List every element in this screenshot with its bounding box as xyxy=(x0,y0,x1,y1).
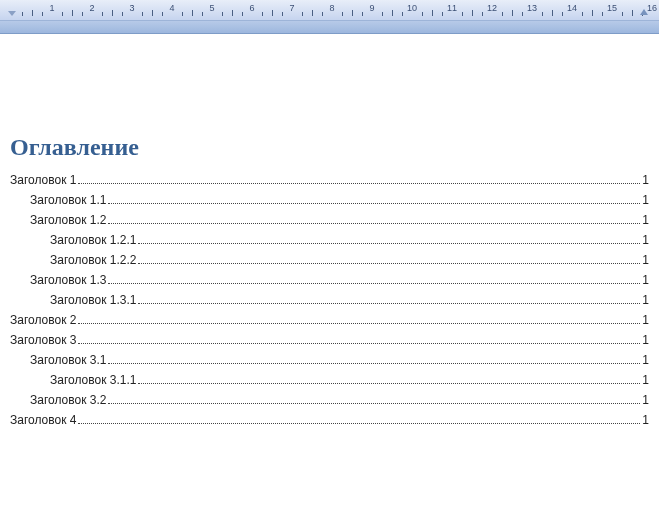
toc-leader-dots xyxy=(78,423,640,424)
ruler-tick xyxy=(472,10,473,16)
toc-leader-dots xyxy=(108,223,640,224)
ruler-tick xyxy=(482,12,483,16)
ruler-tick xyxy=(162,12,163,16)
toc-entry[interactable]: Заголовок 31 xyxy=(10,333,649,347)
toc-leader-dots xyxy=(78,323,640,324)
ruler-spacer xyxy=(0,21,659,34)
ruler-tick xyxy=(422,12,423,16)
ruler-tick xyxy=(342,12,343,16)
ruler-tick xyxy=(282,12,283,16)
toc-entry-text: Заголовок 3 xyxy=(10,333,76,347)
ruler-tick xyxy=(242,12,243,16)
toc-leader-dots xyxy=(138,383,640,384)
toc-entry[interactable]: Заголовок 11 xyxy=(10,173,649,187)
toc-leader-dots xyxy=(108,203,640,204)
toc-entry-text: Заголовок 1.2.1 xyxy=(50,233,136,247)
toc-entry[interactable]: Заголовок 1.21 xyxy=(10,213,649,227)
ruler-tick xyxy=(32,10,33,16)
toc-entry[interactable]: Заголовок 1.2.11 xyxy=(10,233,649,247)
toc-entry-page: 1 xyxy=(642,333,649,347)
ruler-tick xyxy=(272,10,273,16)
toc-leader-dots xyxy=(108,283,640,284)
ruler-tick xyxy=(182,12,183,16)
toc-entry[interactable]: Заголовок 3.1.11 xyxy=(10,373,649,387)
ruler-tick xyxy=(322,12,323,16)
toc-entry[interactable]: Заголовок 21 xyxy=(10,313,649,327)
ruler-number: 9 xyxy=(369,3,374,13)
toc-leader-dots xyxy=(138,303,640,304)
ruler-tick xyxy=(622,12,623,16)
toc-entry-page: 1 xyxy=(642,253,649,267)
toc-entry[interactable]: Заголовок 1.31 xyxy=(10,273,649,287)
toc-entry-text: Заголовок 1.3.1 xyxy=(50,293,136,307)
ruler-tick xyxy=(122,12,123,16)
ruler-number: 7 xyxy=(289,3,294,13)
ruler-tick xyxy=(592,10,593,16)
toc-entry-page: 1 xyxy=(642,293,649,307)
toc-entry-page: 1 xyxy=(642,393,649,407)
indent-marker-icon[interactable] xyxy=(8,11,16,16)
ruler-number: 5 xyxy=(209,3,214,13)
ruler-tick xyxy=(72,10,73,16)
toc-entry-page: 1 xyxy=(642,193,649,207)
ruler-tick xyxy=(192,10,193,16)
toc-leader-dots xyxy=(78,183,640,184)
toc-list: Заголовок 11Заголовок 1.11Заголовок 1.21… xyxy=(10,173,649,427)
toc-entry-text: Заголовок 3.1.1 xyxy=(50,373,136,387)
toc-entry-text: Заголовок 3.2 xyxy=(30,393,106,407)
toc-entry-text: Заголовок 3.1 xyxy=(30,353,106,367)
horizontal-ruler[interactable]: 12345678910111213141516 xyxy=(0,0,659,21)
ruler-number: 1 xyxy=(49,3,54,13)
toc-entry[interactable]: Заголовок 41 xyxy=(10,413,649,427)
ruler-tick xyxy=(202,12,203,16)
ruler-tick xyxy=(552,10,553,16)
ruler-number: 16 xyxy=(647,3,657,13)
toc-entry-text: Заголовок 4 xyxy=(10,413,76,427)
ruler-tick xyxy=(582,12,583,16)
toc-leader-dots xyxy=(108,363,640,364)
toc-entry-text: Заголовок 1.3 xyxy=(30,273,106,287)
ruler-tick xyxy=(262,12,263,16)
ruler-tick xyxy=(432,10,433,16)
ruler-tick xyxy=(232,10,233,16)
toc-entry[interactable]: Заголовок 1.3.11 xyxy=(10,293,649,307)
ruler-tick xyxy=(522,12,523,16)
ruler-tick xyxy=(352,10,353,16)
ruler-tick xyxy=(502,12,503,16)
ruler-tick xyxy=(302,12,303,16)
toc-leader-dots xyxy=(78,343,640,344)
ruler-number: 8 xyxy=(329,3,334,13)
ruler-tick xyxy=(392,10,393,16)
ruler-tick xyxy=(62,12,63,16)
ruler-number: 14 xyxy=(567,3,577,13)
toc-entry-page: 1 xyxy=(642,273,649,287)
ruler-tick xyxy=(112,10,113,16)
ruler-tick xyxy=(22,12,23,16)
ruler-tick xyxy=(542,12,543,16)
toc-entry[interactable]: Заголовок 3.11 xyxy=(10,353,649,367)
ruler-tick xyxy=(442,12,443,16)
ruler-number: 13 xyxy=(527,3,537,13)
toc-leader-dots xyxy=(108,403,640,404)
ruler-tick xyxy=(562,12,563,16)
toc-entry-text: Заголовок 2 xyxy=(10,313,76,327)
ruler-tick xyxy=(382,12,383,16)
toc-entry-page: 1 xyxy=(642,213,649,227)
toc-entry[interactable]: Заголовок 1.2.21 xyxy=(10,253,649,267)
ruler-tick xyxy=(102,12,103,16)
toc-entry[interactable]: Заголовок 3.21 xyxy=(10,393,649,407)
document-page: Оглавление Заголовок 11Заголовок 1.11Заг… xyxy=(0,34,659,443)
ruler-number: 11 xyxy=(447,3,457,13)
toc-entry-page: 1 xyxy=(642,233,649,247)
toc-entry-text: Заголовок 1.2 xyxy=(30,213,106,227)
toc-title: Оглавление xyxy=(10,134,649,161)
ruler-tick xyxy=(312,10,313,16)
toc-entry-page: 1 xyxy=(642,173,649,187)
ruler-tick xyxy=(42,12,43,16)
toc-entry-page: 1 xyxy=(642,353,649,367)
ruler-tick xyxy=(632,10,633,16)
toc-entry[interactable]: Заголовок 1.11 xyxy=(10,193,649,207)
tab-stop-icon[interactable] xyxy=(640,9,648,15)
toc-entry-text: Заголовок 1.2.2 xyxy=(50,253,136,267)
ruler-tick xyxy=(222,12,223,16)
